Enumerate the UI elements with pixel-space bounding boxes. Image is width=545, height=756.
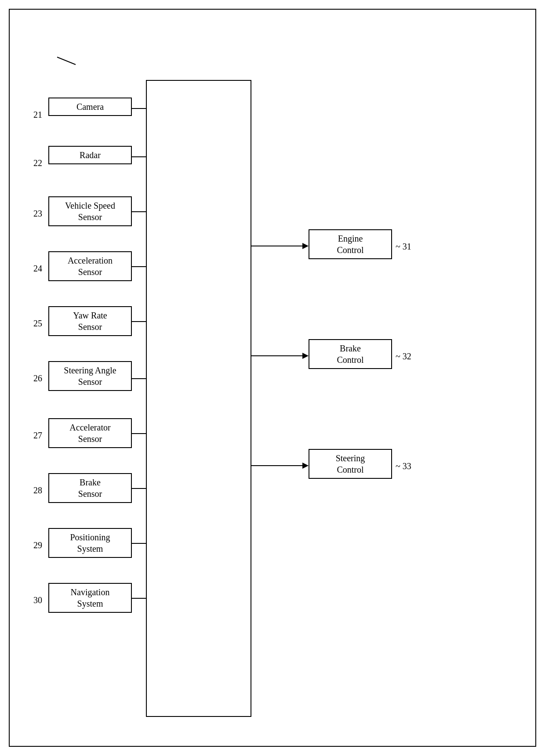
svg-line-0 [57,57,76,65]
input-box-29: PositioningSystem [48,528,132,558]
input-number-26: 26 [33,373,42,383]
input-box-27: AcceleratorSensor [48,418,132,448]
ecu-box [146,80,251,717]
input-number-25: 25 [33,318,42,329]
input-number-28: 28 [33,485,42,496]
page-frame: Camera21Radar22Vehicle SpeedSensor23Acce… [9,9,536,747]
output-number-31: ~ 31 [396,242,411,252]
input-box-28: BrakeSensor [48,473,132,503]
output-number-33: ~ 33 [396,461,411,471]
output-box-31: EngineControl [309,229,392,259]
input-box-24: AccelerationSensor [48,251,132,281]
input-number-21: 21 [33,110,42,120]
input-number-30: 30 [33,595,42,605]
figure-title [10,10,535,18]
input-number-23: 23 [33,209,42,219]
output-box-32: BrakeControl [309,339,392,369]
output-number-32: ~ 32 [396,351,411,362]
input-box-25: Yaw RateSensor [48,306,132,336]
input-box-23: Vehicle SpeedSensor [48,196,132,226]
input-number-22: 22 [33,158,42,168]
svg-marker-16 [302,463,309,469]
input-box-22: Radar [48,146,132,164]
input-box-26: Steering AngleSensor [48,361,132,391]
diagram-area: Camera21Radar22Vehicle SpeedSensor23Acce… [10,40,535,746]
svg-marker-12 [302,243,309,249]
output-box-33: SteeringControl [309,449,392,479]
input-number-27: 27 [33,430,42,441]
input-box-21: Camera [48,98,132,116]
svg-marker-14 [302,353,309,359]
input-box-30: NavigationSystem [48,583,132,613]
input-number-24: 24 [33,264,42,274]
input-number-29: 29 [33,540,42,550]
